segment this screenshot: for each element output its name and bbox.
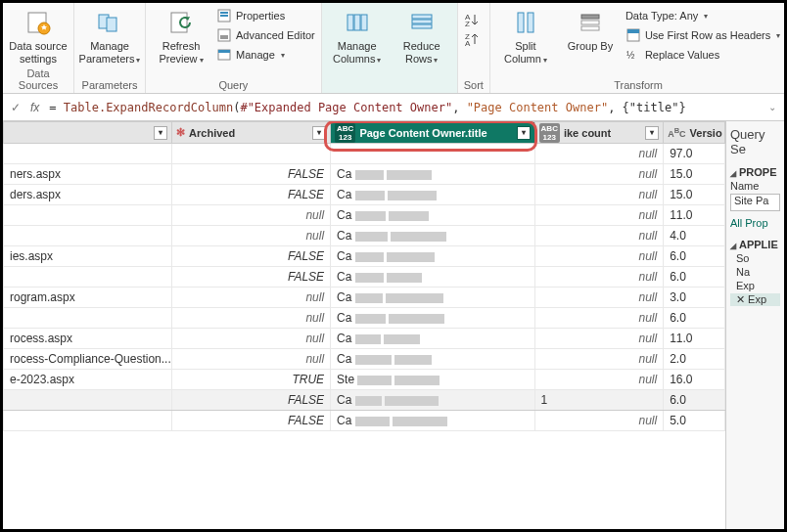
formula-arg2: "Page Content Owner"	[467, 101, 609, 114]
group-by-button[interactable]: Group By	[561, 7, 620, 53]
replace-values-label: Replace Values	[645, 49, 719, 61]
group-label-managecols	[328, 77, 451, 91]
sort-asc-button[interactable]: AZ	[464, 11, 480, 28]
owner-type-badge: ABC123	[335, 123, 355, 143]
refresh-icon	[165, 7, 197, 38]
sort-desc-button[interactable]: ZA	[464, 30, 480, 48]
table-row[interactable]: FALSECa 16.0	[4, 390, 725, 411]
group-query: Refresh Preview Properties Advanced Edit…	[146, 3, 322, 93]
applied-step[interactable]: Exp	[730, 280, 780, 291]
main: ▾ ✻Archived▾ ABC123Page Content Owner.ti…	[3, 121, 784, 529]
formula-fn: Table.ExpandRecordColumn	[64, 101, 233, 114]
svg-text:½: ½	[626, 50, 635, 61]
query-small-list: Properties Advanced Editor Manage	[216, 7, 315, 64]
applied-step[interactable]: Na	[730, 266, 780, 278]
refresh-preview-button[interactable]: Refresh Preview	[152, 7, 210, 66]
like-type-badge: ABC123	[539, 123, 560, 143]
formula-arg1: #"Expanded Page Content Owner"	[240, 101, 452, 114]
svg-rect-26	[581, 26, 599, 30]
split-column-label: Split Column	[496, 40, 555, 66]
col-header-owner[interactable]: ABC123Page Content Owner.title▾	[331, 122, 535, 144]
svg-rect-7	[220, 15, 228, 17]
applied-step[interactable]: ✕ Exp	[730, 293, 780, 306]
formula-bar: ✓ fx = Table.ExpandRecordColumn(#"Expand…	[3, 94, 784, 121]
svg-rect-28	[627, 29, 639, 33]
table-row[interactable]: null97.0	[4, 144, 725, 164]
reduce-rows-label: Reduce Rows	[393, 40, 451, 66]
group-label-query: Query	[152, 77, 315, 91]
data-type-button[interactable]: Data Type: Any	[625, 7, 780, 24]
table-row[interactable]: e-2023.aspxTRUESte null16.0	[4, 370, 725, 390]
svg-rect-13	[354, 15, 360, 30]
col-header-name[interactable]: ▾	[4, 122, 172, 144]
headers-icon	[625, 27, 641, 43]
table-row[interactable]: nullCa null11.0	[4, 205, 725, 226]
replace-values-button[interactable]: ½ Replace Values	[625, 46, 780, 64]
formula-commit-icon[interactable]: ✓	[11, 101, 21, 114]
manage-label: Manage	[236, 49, 275, 61]
data-type-label: Data Type: Any	[625, 10, 698, 22]
parameters-icon	[94, 7, 125, 38]
table-row[interactable]: FALSECa null5.0	[4, 411, 725, 431]
ribbon: Data source settings Data Sources Manage…	[3, 3, 784, 94]
applied-steps-section[interactable]: APPLIE	[730, 239, 780, 250]
formula-input[interactable]: = Table.ExpandRecordColumn(#"Expanded Pa…	[49, 101, 759, 114]
split-column-button[interactable]: Split Column	[496, 7, 555, 66]
table-row[interactable]: rocess-Compliance-Question...nullCa null…	[4, 349, 725, 370]
formula-expand-icon[interactable]: ⌄	[768, 102, 776, 112]
col-header-version[interactable]: ABCVersio	[664, 122, 725, 144]
manage-parameters-button[interactable]: Manage Parameters	[80, 7, 139, 66]
svg-rect-25	[581, 21, 599, 24]
first-row-headers-button[interactable]: Use First Row as Headers	[625, 26, 780, 44]
columns-icon	[342, 7, 373, 38]
svg-rect-17	[412, 24, 432, 28]
panel-title: Query Se	[730, 127, 780, 156]
table-row[interactable]: ners.aspxFALSECa null15.0	[4, 164, 725, 185]
group-label-sort: Sort	[464, 77, 484, 91]
transform-small-list: Data Type: Any Use First Row as Headers …	[625, 7, 780, 64]
svg-rect-14	[361, 15, 367, 30]
svg-rect-16	[412, 20, 432, 23]
properties-button[interactable]: Properties	[216, 7, 315, 24]
svg-rect-23	[528, 13, 533, 32]
formula-prefix: =	[49, 101, 63, 114]
first-row-headers-label: Use First Row as Headers	[645, 29, 770, 41]
reduce-rows-icon	[406, 7, 438, 38]
advanced-editor-icon	[216, 27, 232, 43]
table-row[interactable]: nullCa null6.0	[4, 308, 725, 329]
properties-section[interactable]: PROPE	[730, 166, 780, 178]
table-row[interactable]: ders.aspxFALSECa null15.0	[4, 185, 725, 205]
group-label-datasources: Data Sources	[9, 66, 68, 91]
col-header-archived[interactable]: ✻Archived▾	[172, 122, 331, 144]
data-grid: ▾ ✻Archived▾ ABC123Page Content Owner.ti…	[3, 121, 725, 529]
table-row[interactable]: ies.aspxFALSECa null6.0	[4, 246, 725, 267]
formula-arg3: {"title"}	[623, 101, 686, 114]
side-panel: Query Se PROPE Name Site Pa All Prop APP…	[725, 121, 784, 529]
manage-columns-button[interactable]: Manage Columns	[328, 7, 387, 66]
fx-icon[interactable]: fx	[30, 101, 39, 114]
properties-label: Properties	[236, 10, 285, 22]
col-like-label: ike count	[564, 127, 611, 139]
applied-step[interactable]: So	[730, 252, 780, 264]
group-label-parameters: Parameters	[80, 77, 139, 91]
name-label: Name	[730, 180, 780, 192]
refresh-preview-label: Refresh Preview	[152, 40, 210, 66]
manage-button[interactable]: Manage	[216, 46, 315, 64]
query-name-input[interactable]: Site Pa	[730, 194, 780, 211]
groupby-icon	[575, 7, 606, 38]
reduce-rows-button[interactable]: Reduce Rows	[393, 7, 451, 66]
col-header-like[interactable]: ABC123ike count▾	[534, 122, 664, 144]
advanced-editor-button[interactable]: Advanced Editor	[216, 26, 315, 44]
col-owner-label: Page Content Owner.title	[359, 127, 486, 139]
col-archived-label: Archived	[189, 127, 235, 139]
table-row[interactable]: rocess.aspxnullCa null11.0	[4, 329, 725, 349]
group-datasources: Data source settings Data Sources	[3, 3, 74, 93]
replace-icon: ½	[625, 47, 641, 63]
all-properties-link[interactable]: All Prop	[730, 217, 780, 229]
data-source-settings-button[interactable]: Data source settings	[9, 7, 68, 66]
table-row[interactable]: rogram.aspxnullCa null3.0	[4, 288, 725, 308]
svg-text:A: A	[465, 39, 471, 47]
datasource-icon	[23, 7, 54, 38]
table-row[interactable]: nullCa null4.0	[4, 226, 725, 246]
table-row[interactable]: FALSECa null6.0	[4, 267, 725, 288]
